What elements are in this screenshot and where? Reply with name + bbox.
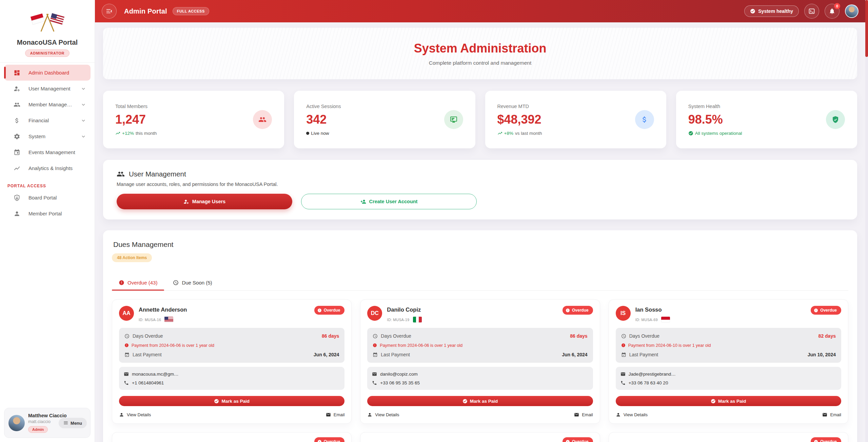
mail-icon [326, 412, 331, 417]
notifications-button[interactable]: 0 [825, 4, 840, 19]
scrollbar[interactable] [865, 0, 868, 442]
stat-trend: +12% [122, 131, 134, 136]
sidebar-item-member-management[interactable]: Member Manage… [4, 97, 91, 112]
menu-open-icon [106, 8, 113, 15]
button-label: Create User Account [369, 199, 418, 204]
action-items-badge: 48 Action Items [112, 253, 152, 262]
sidebar-item-label: Member Portal [28, 211, 62, 216]
payment-warning: Payment from 2024-06-06 is over 1 year o… [132, 343, 214, 348]
email-button[interactable]: Email [574, 412, 593, 417]
sidebar-item-user-management[interactable]: User Management [4, 81, 91, 97]
status-label: Overdue [324, 439, 340, 442]
sidebar-item-financial[interactable]: Financial [4, 112, 91, 128]
member-card: AA Annette Anderson ID: MUSA-16 Overdue [112, 299, 352, 424]
user-gear-icon [183, 199, 189, 205]
email-button[interactable]: Email [822, 412, 841, 417]
person-icon [14, 210, 20, 217]
contact-box: Jade@prestigebrand… +33 06 78 63 40 20 [616, 367, 841, 390]
check-circle-icon [214, 399, 219, 404]
divider [0, 62, 95, 63]
status-label: Overdue [572, 439, 589, 442]
sidebar-item-system[interactable]: System [4, 128, 91, 144]
stat-label: Total Members [115, 104, 253, 109]
view-details-button[interactable]: View Details [367, 412, 399, 417]
person-add-icon [360, 199, 366, 205]
last-payment-label: Last Payment [381, 352, 410, 357]
member-name: Ian Sosso [635, 307, 670, 313]
sidebar-collapse-button[interactable] [102, 4, 117, 19]
trending-up-icon [497, 131, 502, 136]
clock-icon [621, 334, 626, 339]
mark-as-paid-button[interactable]: Mark as Paid [367, 396, 593, 406]
portal-access-nav: Board Portal Member Portal [0, 190, 95, 222]
hero-banner: System Administration Complete platform … [103, 28, 857, 79]
dashboard-icon [14, 69, 20, 76]
button-label: Email [582, 412, 593, 417]
system-health-label: System healthy [758, 8, 793, 14]
member-card: IS Ian Sosso ID: MUSA-69 Overdue [609, 299, 848, 424]
chevron-down-icon [80, 86, 86, 92]
tab-due-soon[interactable]: Due Soon (5) [166, 276, 219, 290]
member-email: monacousa.mc@gm… [132, 372, 179, 377]
view-details-button[interactable]: View Details [119, 412, 151, 417]
member-phone: +33 06 95 35 35 65 [380, 380, 420, 385]
sidebar-item-label: Analytics & Insights [28, 165, 73, 171]
phone-icon [620, 380, 626, 385]
top-bar: Admin Portal FULL ACCESS System healthy … [95, 0, 865, 22]
italy-flag-icon [413, 317, 422, 322]
member-id: ID: MUSA-69 [635, 318, 658, 322]
stat-trend-suffix: Live now [311, 131, 329, 136]
chevron-down-icon [80, 118, 86, 124]
view-details-button[interactable]: View Details [616, 412, 648, 417]
member-email: danilo@copiz.com [380, 372, 418, 377]
payment-warning: Payment from 2024-06-10 is over 1 year o… [628, 343, 711, 348]
error-icon [814, 440, 818, 442]
manage-users-button[interactable]: Manage Users [117, 194, 292, 209]
mark-as-paid-button[interactable]: Mark as Paid [616, 396, 841, 406]
member-card-partial: Overdue [360, 432, 600, 442]
sidebar-item-label: User Management [28, 86, 70, 91]
calendar-check-icon [124, 352, 130, 357]
error-icon [373, 343, 377, 348]
create-user-account-button[interactable]: Create User Account [301, 194, 477, 209]
dollar-icon [635, 110, 654, 129]
days-overdue-value: 82 days [818, 333, 836, 339]
system-health-pill[interactable]: System healthy [744, 5, 799, 17]
crossed-flags-monaco-usa-icon [30, 9, 65, 35]
sidebar-item-label: Events Management [28, 149, 75, 155]
tab-overdue[interactable]: Overdue (43) [112, 276, 164, 290]
mail-icon [574, 412, 579, 417]
days-overdue-label: Days Overdue [133, 333, 163, 339]
scrollbar-thumb[interactable] [865, 0, 868, 57]
mark-as-paid-button[interactable]: Mark as Paid [119, 396, 344, 406]
sidebar-item-member-portal[interactable]: Member Portal [4, 206, 91, 222]
last-payment-value: Jun 10, 2024 [808, 352, 836, 357]
stat-label: Revenue MTD [497, 104, 635, 109]
payment-warning: Payment from 2024-06-06 is over 1 year o… [380, 343, 462, 348]
error-icon [124, 343, 129, 348]
days-overdue-label: Days Overdue [381, 333, 411, 339]
portal-access-label: PORTAL ACCESS [7, 184, 95, 188]
sidebar-item-events-management[interactable]: Events Management [4, 144, 91, 160]
error-icon [566, 440, 570, 442]
panel-description: Manage user accounts, roles, and permiss… [117, 182, 844, 187]
email-button[interactable]: Email [326, 412, 345, 417]
header-avatar[interactable] [845, 4, 859, 18]
sidebar-item-admin-dashboard[interactable]: Admin Dashboard [4, 65, 91, 81]
status-label: Overdue [820, 308, 837, 313]
sidebar-item-analytics-insights[interactable]: Analytics & Insights [4, 160, 91, 176]
profile-menu-button[interactable]: Menu [59, 418, 87, 428]
chevron-down-icon [80, 102, 86, 108]
sidebar-item-board-portal[interactable]: Board Portal [4, 190, 91, 206]
status-label: Overdue [572, 308, 589, 313]
phone-icon [124, 380, 129, 385]
shield-person-icon [14, 194, 20, 201]
mail-icon [620, 372, 626, 377]
member-id: ID: MUSA-19 [387, 318, 409, 322]
groups-icon [14, 101, 20, 108]
error-icon [566, 308, 570, 313]
terminal-button[interactable] [804, 4, 819, 19]
member-id: ID: MUSA-16 [139, 318, 161, 322]
sidebar-profile-card: Matthew Ciaccio matt.ciaccio Admin Menu [4, 408, 91, 438]
stat-trend: +8% [504, 131, 513, 136]
